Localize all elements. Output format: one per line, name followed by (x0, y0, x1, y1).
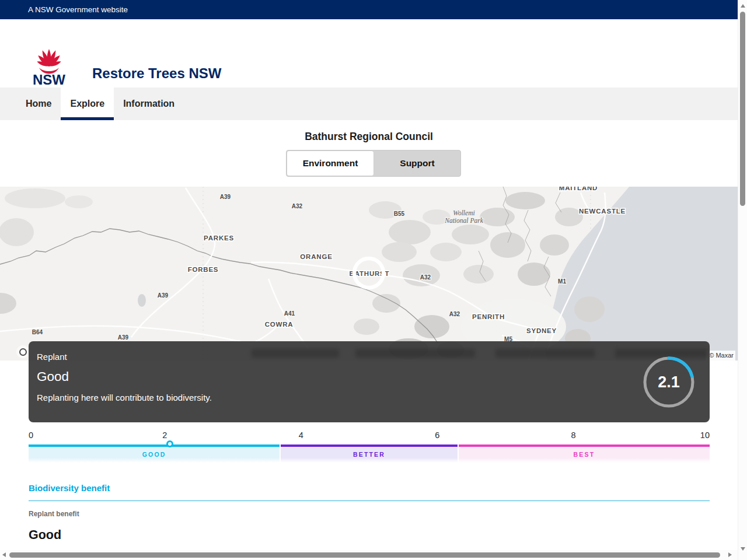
panel-rating: Good (37, 369, 699, 384)
scroll-right-icon[interactable] (728, 552, 732, 557)
tab-explore-label: Explore (70, 99, 104, 109)
map-canvas: Wollemi National Park PARKES ORANGE FORB… (0, 187, 738, 360)
biodiversity-benefit-link[interactable]: Biodiversity benefit (29, 483, 710, 493)
road-label-a41: A41 (284, 310, 295, 317)
scale-ticks: 0 2 4 6 8 10 (29, 430, 710, 444)
benefit-scale: 0 2 4 6 8 10 GOOD BETTER BEST (29, 430, 710, 463)
scale-handle[interactable] (166, 440, 173, 447)
scale-bands: GOOD BETTER BEST (29, 447, 710, 463)
main-nav: Home Explore Information (0, 88, 738, 120)
segment-better-band: BETTER (281, 447, 457, 463)
road-label-a32-e: A32 (420, 274, 431, 281)
segment-better-line (281, 444, 457, 447)
vertical-scroll-thumb[interactable] (740, 12, 745, 206)
park-label-line2: National Park (444, 217, 483, 224)
browser-viewport: A NSW Government website NSW GOVERNMENT (0, 0, 747, 560)
map[interactable]: Wollemi National Park PARKES ORANGE FORB… (0, 187, 738, 360)
city-label-newcastle: NEWCASTLE (579, 208, 626, 215)
city-label-parkes: PARKES (204, 235, 234, 242)
toggle-support-label: Support (400, 158, 434, 169)
city-label-forbes: FORBES (188, 266, 219, 273)
map-attribution: © Maxar (706, 351, 735, 360)
page-title: Restore Trees NSW (92, 65, 221, 82)
tick-6: 6 (435, 430, 439, 440)
road-label-b55: B55 (394, 211, 405, 217)
environment-support-toggle: Environment Support (286, 150, 461, 177)
road-label-a39-mid: A39 (158, 292, 169, 299)
logo-nsw-text: NSW (33, 72, 65, 88)
city-label-orange: ORANGE (300, 253, 332, 260)
toggle-environment-label: Environment (303, 158, 358, 169)
section-divider (29, 501, 710, 501)
scroll-left-icon[interactable] (2, 552, 6, 557)
mapbox-logo-icon[interactable] (16, 345, 29, 358)
horizontal-scroll-thumb[interactable] (9, 552, 720, 558)
tab-information-label: Information (123, 99, 174, 109)
attribution-smudge (252, 349, 339, 358)
tick-0: 0 (29, 430, 33, 440)
city-label-sydney: SYDNEY (526, 327, 557, 334)
panel-description: Replanting here will contribute to biodi… (37, 393, 699, 402)
attribution-smudge (495, 349, 595, 358)
tick-8: 8 (571, 430, 576, 440)
segment-good-line (29, 444, 280, 447)
scroll-down-icon[interactable] (741, 547, 745, 551)
scale-track[interactable] (29, 444, 710, 447)
tab-explore[interactable]: Explore (61, 88, 114, 120)
tick-10: 10 (700, 430, 710, 440)
council-heading: Bathurst Regional Council (0, 131, 738, 143)
horizontal-scrollbar[interactable] (0, 550, 738, 560)
tick-4: 4 (299, 430, 303, 440)
vertical-scrollbar[interactable] (738, 0, 747, 560)
park-label-line1: Wollemi (453, 209, 474, 216)
details-section: Biodiversity benefit Replant benefit Goo… (29, 483, 710, 542)
tab-home-label: Home (26, 99, 51, 109)
road-label-a39-n: A39 (220, 194, 231, 200)
replant-benefit-label: Replant benefit (29, 510, 710, 518)
gov-banner: A NSW Government website (0, 0, 738, 19)
road-label-a32-nw: A32 (292, 203, 303, 209)
city-label-cowra: COWRA (265, 321, 294, 328)
scroll-up-icon[interactable] (741, 4, 745, 8)
tab-home[interactable]: Home (16, 88, 61, 120)
road-label-m1: M1 (558, 278, 566, 285)
road-label-a32-se: A32 (449, 311, 460, 317)
attribution-smudge (355, 349, 475, 358)
toggle-support[interactable]: Support (374, 150, 460, 176)
segment-better-label: BETTER (353, 451, 385, 458)
tick-2: 2 (162, 430, 167, 440)
masthead: NSW GOVERNMENT Restore Trees NSW (0, 19, 738, 88)
segment-best-line (459, 444, 710, 447)
replant-benefit-value: Good (29, 528, 710, 542)
toggle-environment[interactable]: Environment (287, 150, 374, 176)
segment-good-band: GOOD (29, 447, 280, 463)
score-gauge: 2.1 (641, 354, 697, 410)
city-label-penrith: PENRITH (472, 313, 505, 320)
tab-information[interactable]: Information (114, 88, 184, 120)
segment-best-label: BEST (573, 451, 595, 458)
city-label-maitland: MAITLAND (559, 187, 598, 191)
segment-good-label: GOOD (142, 451, 166, 458)
segment-best-band: BEST (459, 447, 710, 463)
gov-banner-text: A NSW Government website (28, 5, 128, 14)
replant-info-panel: Replant Good Replanting here will contri… (29, 341, 710, 422)
road-label-b64: B64 (32, 329, 43, 335)
gauge-score-value: 2.1 (641, 354, 697, 410)
road-label-a39-s: A39 (118, 334, 129, 341)
